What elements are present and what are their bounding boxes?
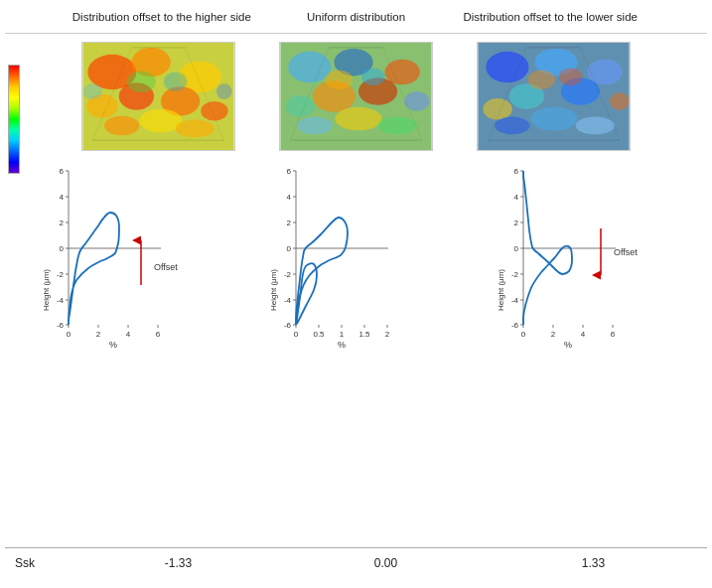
chart1-xlabel: % xyxy=(109,340,117,350)
svg-text:0: 0 xyxy=(287,244,292,253)
svg-point-46 xyxy=(576,117,615,135)
svg-point-7 xyxy=(201,101,227,121)
svg-text:2: 2 xyxy=(96,330,101,339)
surface2-image xyxy=(279,42,433,151)
svg-point-11 xyxy=(127,71,156,92)
chart3-wrapper: Height (μm) 6 4 2 0 -2 -4 -6 xyxy=(470,161,697,537)
svg-text:6: 6 xyxy=(611,330,616,339)
chart2-xlabel: % xyxy=(338,340,346,350)
svg-text:0: 0 xyxy=(521,330,526,339)
svg-text:1.5: 1.5 xyxy=(358,330,370,339)
stat-val3: 1.33 xyxy=(490,556,697,570)
surface3-container xyxy=(455,42,652,151)
surface2-container xyxy=(257,42,455,151)
surface3-image xyxy=(477,42,631,151)
svg-text:-2: -2 xyxy=(284,270,292,279)
chart3-ylabel: Height (μm) xyxy=(497,269,505,311)
svg-text:4: 4 xyxy=(581,330,586,339)
svg-text:0: 0 xyxy=(514,244,519,253)
svg-text:6: 6 xyxy=(60,167,65,176)
svg-text:4: 4 xyxy=(287,193,292,202)
svg-point-28 xyxy=(297,117,332,135)
svg-text:2: 2 xyxy=(514,219,519,227)
stat-label: Ssk xyxy=(15,556,74,570)
svg-text:0: 0 xyxy=(60,244,65,253)
svg-point-31 xyxy=(361,68,385,85)
svg-text:-4: -4 xyxy=(57,296,65,305)
svg-point-25 xyxy=(285,95,314,117)
main-container: Distribution offset to the higher side U… xyxy=(0,0,712,588)
svg-point-43 xyxy=(610,92,630,110)
svg-point-13 xyxy=(216,83,232,99)
svg-text:6: 6 xyxy=(156,330,161,339)
chart3-xlabel: % xyxy=(564,340,572,350)
svg-text:6: 6 xyxy=(287,167,292,176)
chart3-offset-label: Offset xyxy=(614,247,638,257)
svg-text:2: 2 xyxy=(551,330,556,339)
svg-text:4: 4 xyxy=(514,193,519,202)
charts-row: Height (μm) 6 4 2 0 -2 - xyxy=(5,161,707,537)
chart1-wrapper: Height (μm) 6 4 2 0 -2 - xyxy=(15,161,242,537)
svg-point-45 xyxy=(495,117,529,135)
chart3-curve xyxy=(523,171,572,325)
svg-point-47 xyxy=(527,70,554,89)
svg-text:0: 0 xyxy=(67,330,71,339)
svg-text:0.5: 0.5 xyxy=(313,330,325,339)
svg-text:-2: -2 xyxy=(57,270,65,279)
svg-text:-4: -4 xyxy=(284,296,292,305)
svg-text:-4: -4 xyxy=(511,296,519,305)
svg-point-9 xyxy=(104,116,139,136)
svg-text:0: 0 xyxy=(294,330,299,339)
svg-text:6: 6 xyxy=(514,167,519,176)
svg-text:2: 2 xyxy=(385,330,390,339)
svg-point-12 xyxy=(164,72,188,91)
svg-point-48 xyxy=(559,68,583,85)
surface1-image xyxy=(81,42,235,151)
svg-point-14 xyxy=(82,83,102,99)
header-col2: Uniform distribution xyxy=(259,10,454,25)
chart3-svg: Height (μm) 6 4 2 0 -2 -4 -6 xyxy=(492,161,675,355)
header-col3: Distribution offset to the lower side xyxy=(453,10,647,25)
surfaces-row xyxy=(5,42,707,151)
svg-text:4: 4 xyxy=(60,193,65,202)
svg-point-30 xyxy=(326,70,353,89)
svg-text:-6: -6 xyxy=(284,321,292,330)
svg-point-29 xyxy=(378,117,417,135)
chart2-curve-lower xyxy=(296,263,317,325)
chart1-svg: Height (μm) 6 4 2 0 -2 - xyxy=(37,161,220,355)
stat-val2: 0.00 xyxy=(282,556,490,570)
header-row: Distribution offset to the higher side U… xyxy=(5,10,707,34)
svg-text:1: 1 xyxy=(340,330,345,339)
svg-point-20 xyxy=(288,52,331,82)
color-bar-section xyxy=(8,65,20,174)
color-bar xyxy=(8,65,20,174)
stat-val1: -1.33 xyxy=(74,556,282,570)
chart1-offset-label: Offset xyxy=(154,262,178,272)
header-col1: Distribution offset to the higher side xyxy=(65,10,259,25)
surface1-container xyxy=(60,42,257,151)
svg-text:2: 2 xyxy=(60,219,65,227)
svg-text:4: 4 xyxy=(126,330,131,339)
chart1-ylabel: Height (μm) xyxy=(42,269,51,311)
svg-point-10 xyxy=(176,120,214,138)
chart2-svg: Height (μm) 6 4 2 0 -2 -4 -6 xyxy=(264,161,448,355)
svg-point-37 xyxy=(486,52,528,82)
svg-text:-2: -2 xyxy=(511,270,519,279)
svg-point-27 xyxy=(335,107,381,131)
svg-text:2: 2 xyxy=(287,219,292,227)
chart1-curve xyxy=(69,213,119,325)
chart2-wrapper: Height (μm) 6 4 2 0 -2 -4 -6 xyxy=(242,161,470,537)
stats-row: Ssk -1.33 0.00 1.33 xyxy=(5,547,707,578)
svg-text:-6: -6 xyxy=(57,321,65,330)
svg-text:-6: -6 xyxy=(511,321,519,330)
chart2-ylabel: Height (μm) xyxy=(269,269,278,311)
svg-point-44 xyxy=(530,107,577,131)
